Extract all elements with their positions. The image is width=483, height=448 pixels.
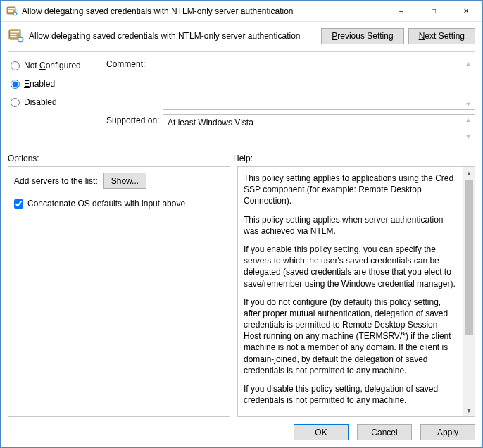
ok-button[interactable]: OK	[294, 424, 349, 440]
minimize-button[interactable]: –	[385, 1, 418, 22]
supported-scroll-stub: ▲▼	[463, 116, 473, 140]
concatenate-checkbox[interactable]	[14, 199, 23, 209]
close-button[interactable]: ✕	[450, 1, 482, 22]
supported-value: At least Windows Vista	[168, 118, 253, 127]
help-p1: This policy setting applies to applicati…	[244, 173, 457, 207]
upper-section: Not Configured Enabled Disabled Comment:…	[1, 58, 482, 147]
svg-rect-1	[8, 8, 15, 9]
supported-label: Supported on:	[106, 114, 163, 125]
scroll-down-icon[interactable]: ▼	[463, 404, 475, 416]
supported-row: Supported on: At least Windows Vista ▲▼	[106, 114, 475, 142]
window-title: Allow delegating saved credentials with …	[22, 6, 385, 16]
scroll-thumb[interactable]	[465, 180, 473, 335]
apply-button[interactable]: Apply	[420, 424, 475, 440]
header: Allow delegating saved credentials with …	[1, 22, 482, 47]
maximize-button[interactable]: □	[418, 1, 450, 22]
svg-rect-11	[19, 38, 23, 41]
radio-enabled[interactable]: Enabled	[8, 79, 106, 89]
comment-label: Comment:	[106, 58, 163, 69]
state-radios: Not Configured Enabled Disabled	[8, 58, 106, 147]
app-icon	[6, 6, 18, 17]
titlebar: Allow delegating saved credentials with …	[1, 1, 482, 22]
radio-not-configured-input[interactable]	[11, 61, 20, 70]
policy-title: Allow delegating saved credentials with …	[29, 31, 321, 41]
radio-disabled[interactable]: Disabled	[8, 97, 106, 107]
add-servers-row: Add servers to the list: Show...	[14, 173, 224, 189]
radio-disabled-input[interactable]	[11, 98, 20, 107]
comment-textarea[interactable]: ▲▼	[163, 58, 475, 110]
policy-icon	[8, 27, 25, 44]
scroll-up-icon[interactable]: ▲	[463, 167, 475, 179]
help-p2: This policy setting applies when server …	[244, 214, 457, 237]
add-servers-label: Add servers to the list:	[14, 176, 98, 186]
radio-not-configured[interactable]: Not Configured	[8, 61, 106, 70]
svg-rect-2	[8, 10, 13, 11]
previous-setting-button[interactable]: Previous Setting	[321, 28, 403, 44]
svg-rect-5	[14, 13, 16, 15]
svg-rect-3	[8, 11, 13, 12]
section-labels: Options: Help:	[1, 154, 482, 163]
help-p4: If you do not configure (by default) thi…	[244, 297, 457, 376]
svg-rect-9	[11, 36, 17, 37]
options-label: Options:	[8, 154, 233, 163]
help-scrollbar[interactable]: ▲ ▼	[463, 166, 475, 417]
concatenate-checkbox-row[interactable]: Concatenate OS defaults with input above	[14, 199, 224, 209]
cancel-button[interactable]: Cancel	[357, 424, 412, 440]
help-p5: If you disable this policy setting, dele…	[244, 383, 457, 406]
svg-rect-8	[11, 34, 17, 35]
supported-textarea: At least Windows Vista ▲▼	[163, 114, 475, 142]
help-p3: If you enable this policy setting, you c…	[244, 244, 457, 290]
concatenate-checkbox-label: Concatenate OS defaults with input above	[27, 199, 185, 209]
help-panel: This policy setting applies to applicati…	[237, 166, 463, 417]
show-button[interactable]: Show...	[104, 173, 146, 189]
comment-scroll-stub: ▲▼	[463, 60, 473, 108]
comment-row: Comment: ▲▼	[106, 58, 475, 110]
svg-rect-7	[11, 31, 20, 33]
lower-section: Add servers to the list: Show... Concate…	[1, 163, 482, 417]
radio-enabled-input[interactable]	[11, 80, 20, 89]
options-panel: Add servers to the list: Show... Concate…	[8, 166, 230, 417]
footer: OK Cancel Apply	[1, 417, 482, 447]
divider	[8, 51, 475, 52]
help-label: Help:	[233, 154, 253, 163]
next-setting-button[interactable]: Next Setting	[408, 28, 475, 44]
help-panel-wrap: This policy setting applies to applicati…	[237, 166, 475, 417]
fields: Comment: ▲▼ Supported on: At least Windo…	[106, 58, 475, 147]
